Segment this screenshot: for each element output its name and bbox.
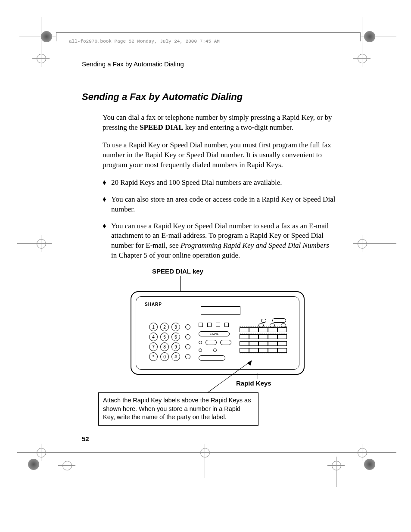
mode-icons [199, 323, 229, 330]
list-text: 20 Rapid Keys and 100 Speed Dial numbers… [111, 178, 336, 188]
bullet-marker: ♦ [103, 221, 111, 261]
key-4: 4 [149, 333, 158, 341]
small-icon [199, 348, 202, 352]
indicator-dot [185, 354, 190, 359]
oval-button [220, 340, 231, 345]
mode-icon [207, 323, 212, 327]
bold-text: SPEED DIAL [140, 123, 184, 131]
italic-text: Programming Rapid Key and Speed Dial Num… [181, 241, 329, 249]
section-title: Sending a Fax by Automatic Dialing [82, 91, 336, 103]
keypad: 1 2 3 4 5 6 7 8 9 [149, 323, 190, 362]
reg-dot [28, 459, 39, 470]
mode-icon [224, 323, 229, 327]
text: key and entering a two-digit number. [184, 123, 293, 131]
email-button: E-MAIL [199, 331, 230, 336]
key-5: 5 [160, 333, 169, 341]
key-8: 8 [160, 342, 169, 351]
indicator-dot [185, 344, 190, 349]
reg-dot [364, 31, 375, 42]
body-text: You can dial a fax or telephone number b… [103, 113, 336, 170]
mid-controls [199, 340, 231, 361]
key-star: * [149, 352, 158, 361]
key-3: 3 [171, 323, 180, 331]
top-controls [261, 318, 286, 323]
crop-line [362, 243, 396, 244]
small-button [261, 319, 266, 323]
fax-panel-illustration: SHARP 1 2 3 4 5 6 [131, 291, 305, 375]
mode-icon [199, 323, 203, 327]
reg-mark [353, 50, 371, 67]
indicator-dot [185, 334, 190, 339]
paragraph: To use a Rapid Key or Speed Dial number,… [103, 140, 336, 170]
figure-caption: Attach the Rapid Key labels above the Ra… [98, 392, 258, 426]
key-2: 2 [160, 323, 169, 331]
key-1: 1 [149, 323, 158, 331]
key-6: 6 [171, 333, 180, 341]
pill-button [272, 318, 286, 323]
list-item: ♦ You can also store an area code or acc… [103, 195, 336, 215]
crop-line [336, 465, 336, 487]
rapid-keys-label: Rapid Keys [236, 380, 271, 387]
source-header: all-fo2970.book Page 52 Monday, July 24,… [69, 39, 220, 44]
list-item: ♦ 20 Rapid Keys and 100 Speed Dial numbe… [103, 178, 336, 188]
oval-button [206, 340, 217, 345]
callout-line [258, 373, 258, 379]
key-hash: # [171, 352, 180, 361]
brand-label: SHARP [145, 302, 162, 307]
small-icon [199, 341, 202, 344]
running-head: Sending a Fax by Automatic Dialing [82, 60, 336, 68]
crop-line [205, 452, 205, 478]
crop-line [41, 17, 41, 52]
oval-button [199, 355, 225, 361]
rapid-keys-grid [240, 326, 287, 355]
speed-dial-label: SPEED DIAL key [152, 268, 203, 275]
text: in Chapter 5 of your online operation gu… [111, 251, 240, 259]
reg-dot [364, 459, 375, 470]
page-content: Sending a Fax by Automatic Dialing Sendi… [82, 60, 336, 431]
list-text: You can also store an area code or acces… [111, 195, 336, 215]
key-0: 0 [160, 352, 169, 361]
key-9: 9 [171, 342, 180, 351]
paragraph: You can dial a fax or telephone number b… [103, 113, 336, 133]
panel-inner: SHARP 1 2 3 4 5 6 [136, 296, 299, 370]
key-7: 7 [149, 342, 158, 351]
list-text: You can use a Rapid Key or Speed Dial nu… [111, 221, 336, 261]
crop-line [67, 465, 67, 487]
bullet-marker: ♦ [103, 178, 111, 188]
bullet-list: ♦ 20 Rapid Keys and 100 Speed Dial numbe… [103, 178, 336, 261]
list-item: ♦ You can use a Rapid Key or Speed Dial … [103, 221, 336, 261]
bullet-marker: ♦ [103, 195, 111, 215]
page-number: 52 [82, 435, 89, 442]
reg-dot [41, 31, 52, 42]
mode-icon [216, 323, 220, 327]
crop-line [362, 17, 362, 52]
small-icon [213, 348, 217, 352]
crop-line [17, 243, 52, 244]
lcd-display [201, 306, 240, 315]
reg-mark [32, 50, 50, 67]
display-divider [201, 316, 240, 316]
figure: SPEED DIAL key SHARP 1 2 3 4 5 [103, 268, 336, 431]
indicator-dot [185, 324, 190, 330]
crop-line [17, 452, 396, 453]
